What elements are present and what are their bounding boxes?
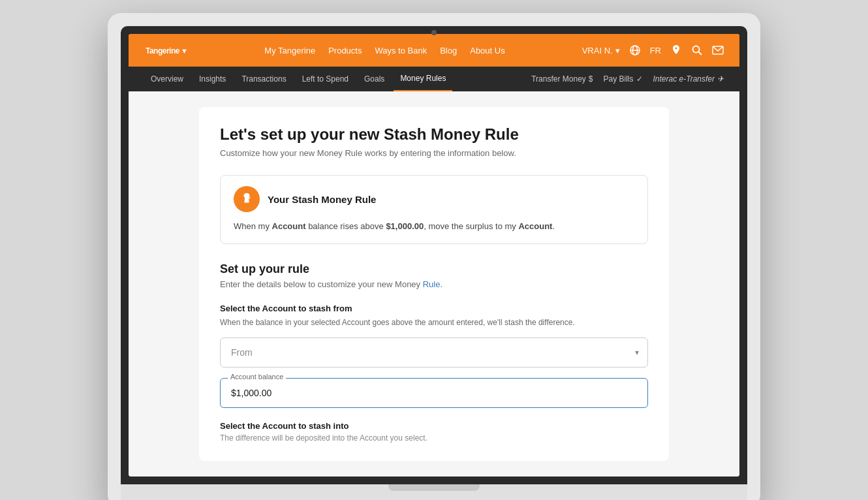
nav-goals[interactable]: Goals [358, 67, 391, 91]
rule-preview-card: Your Stash Money Rule When my Account ba… [220, 175, 648, 244]
nav-money-rules[interactable]: Money Rules [394, 67, 452, 91]
setup-desc-text2: . [440, 279, 442, 289]
svg-line-4 [699, 52, 702, 55]
account-balance-wrapper: Account balance [220, 378, 648, 408]
rule-text-3: , move the surplus to my [424, 221, 518, 231]
rule-link[interactable]: Rule [423, 279, 441, 289]
rule-text-4: . [552, 221, 555, 231]
page-title: Let's set up your new Stash Money Rule [220, 125, 648, 144]
nav-products[interactable]: Products [328, 46, 362, 55]
setup-section-description: Enter the details below to customize you… [220, 279, 648, 290]
language-label[interactable]: FR [650, 46, 661, 55]
screen: Tangerine▼ My Tangerine Products Ways to… [129, 34, 739, 477]
nav-transactions[interactable]: Transactions [235, 67, 292, 91]
account-nav-links: Overview Insights Transactions Left to S… [144, 67, 452, 91]
page-subtitle: Customize how your new Money Rule works … [220, 148, 648, 159]
laptop-base [121, 484, 747, 500]
stash-into-desc: The difference will be deposited into th… [220, 433, 648, 443]
svg-point-6 [248, 197, 251, 200]
rule-icon [234, 186, 260, 212]
rule-preview-title: Your Stash Money Rule [268, 194, 376, 205]
screen-border: Tangerine▼ My Tangerine Products Ways to… [121, 26, 747, 484]
rule-bold-3: Account [518, 221, 552, 231]
from-field-description: When the balance in your selected Accoun… [220, 317, 648, 328]
rule-bold-1: Account [272, 221, 306, 231]
user-chevron-icon: ▾ [615, 46, 620, 55]
account-actions: Transfer Money $ Pay Bills ✓ Interac e-T… [531, 74, 724, 84]
main-content: Let's set up your new Stash Money Rule C… [129, 91, 739, 477]
top-nav-links: My Tangerine Products Ways to Bank Blog … [264, 46, 504, 55]
rule-preview-text: When my Account balance rises above $1,0… [234, 220, 634, 233]
laptop-notch [388, 484, 480, 491]
laptop-container: Tangerine▼ My Tangerine Products Ways to… [108, 13, 760, 500]
pay-bills-link[interactable]: Pay Bills ✓ [604, 74, 643, 84]
account-balance-input[interactable] [220, 378, 648, 408]
search-icon[interactable] [691, 44, 703, 56]
nav-left-to-spend[interactable]: Left to Spend [296, 67, 355, 91]
transfer-money-label: Transfer Money [531, 74, 586, 84]
nav-blog[interactable]: Blog [440, 46, 457, 55]
setup-desc-text1: Enter the details below to customize you… [220, 279, 423, 289]
transfer-money-link[interactable]: Transfer Money $ [531, 74, 593, 84]
from-select-wrapper: From ▾ [220, 337, 648, 367]
etransfer-label: Interac e-Transfer [653, 74, 715, 84]
secondary-navigation: Overview Insights Transactions Left to S… [129, 67, 739, 91]
nav-insights[interactable]: Insights [193, 67, 232, 91]
location-icon[interactable] [670, 44, 682, 56]
logo-arrow: ▼ [181, 47, 187, 55]
rule-text-1: When my [234, 221, 272, 231]
rule-preview-header: Your Stash Money Rule [234, 186, 634, 212]
logo-text: Tangerine [146, 46, 179, 55]
top-navigation: Tangerine▼ My Tangerine Products Ways to… [129, 34, 739, 67]
nav-about-us[interactable]: About Us [470, 46, 504, 55]
stash-into-label: Select the Account to stash into [220, 421, 648, 431]
logo[interactable]: Tangerine▼ [144, 43, 187, 58]
svg-point-3 [693, 46, 700, 53]
from-account-select[interactable]: From [220, 337, 648, 367]
form-card: Let's set up your new Stash Money Rule C… [199, 107, 669, 461]
checkmark-icon: ✓ [636, 74, 643, 84]
nav-ways-to-bank[interactable]: Ways to Bank [375, 46, 427, 55]
dollar-icon: $ [589, 74, 593, 84]
nav-my-tangerine[interactable]: My Tangerine [264, 46, 315, 55]
user-name-text: VRAI N. [582, 46, 613, 55]
globe-icon[interactable] [629, 44, 641, 56]
rule-bold-2: $1,000.00 [386, 221, 424, 231]
rule-text-2: balance rises above [306, 221, 386, 231]
top-nav-right: VRAI N. ▾ FR [582, 44, 724, 56]
send-icon: ✈ [717, 74, 724, 84]
pay-bills-label: Pay Bills [604, 74, 634, 84]
etransfer-link[interactable]: Interac e-Transfer ✈ [653, 74, 724, 84]
nav-overview[interactable]: Overview [144, 67, 190, 91]
account-balance-label: Account balance [228, 373, 286, 381]
message-icon[interactable] [712, 44, 724, 56]
from-field-label: Select the Account to stash from [220, 304, 648, 313]
user-menu[interactable]: VRAI N. ▾ [582, 46, 620, 55]
setup-section-title: Set up your rule [220, 262, 648, 276]
